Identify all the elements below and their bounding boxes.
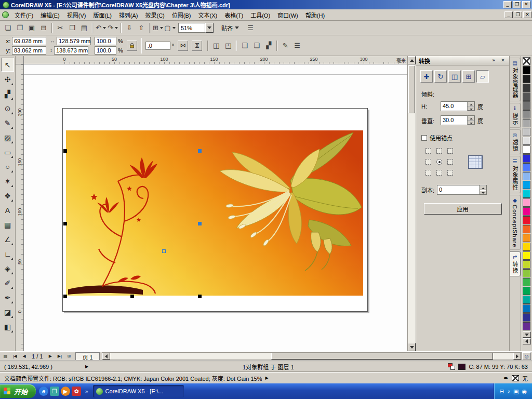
anchor-cell[interactable]	[447, 148, 453, 154]
undo-button[interactable]: ↶	[95, 22, 107, 34]
spin-down-button[interactable]	[468, 121, 474, 125]
menu-item[interactable]: 表格(T)	[221, 9, 247, 21]
scale-h-field[interactable]: 100.0	[95, 37, 116, 45]
straight-line-connector-tool[interactable]: ∟	[1, 247, 14, 261]
object-height-field[interactable]: 138.673 mm	[54, 46, 88, 55]
red-app-icon[interactable]: ✿	[72, 387, 81, 396]
color-swatch[interactable]	[523, 296, 530, 304]
export-button[interactable]: ⇧	[136, 22, 147, 34]
language-tray-icon[interactable]: ◉	[522, 388, 527, 395]
color-swatch[interactable]	[523, 207, 530, 216]
save-button[interactable]: ▣	[26, 22, 37, 34]
outline-none-swatch[interactable]	[512, 375, 519, 381]
outline-pen-tool[interactable]: ✒	[1, 290, 14, 304]
expand-arrow-icon[interactable]: ▶	[85, 364, 88, 369]
menu-item[interactable]: 窗口(W)	[274, 9, 302, 21]
spin-down-button[interactable]	[468, 107, 474, 111]
vertical-scrollbar[interactable]	[407, 56, 416, 351]
redo-button[interactable]: ↷	[107, 22, 118, 34]
separator[interactable]	[236, 41, 237, 51]
blend-tool[interactable]: ◈	[1, 261, 14, 275]
separator[interactable]	[276, 41, 277, 51]
cut-button[interactable]: ✂	[55, 22, 66, 34]
color-swatch[interactable]	[523, 322, 530, 330]
color-eyedropper-tool[interactable]: ✐	[1, 276, 14, 290]
lock-ratio-button[interactable]	[127, 41, 137, 51]
options-button[interactable]: ☰	[245, 22, 256, 34]
scale-mirror-mode-button[interactable]: ◫	[448, 70, 461, 83]
anchor-cell[interactable]	[425, 170, 431, 176]
skew-handle[interactable]	[198, 149, 202, 153]
color-swatch[interactable]	[523, 313, 530, 322]
rotation-angle-field[interactable]: .0	[145, 42, 170, 50]
color-swatch[interactable]	[523, 225, 530, 233]
maximize-button[interactable]: ❐	[513, 1, 521, 8]
next-page-button[interactable]: ▶	[46, 352, 55, 360]
vertical-ruler[interactable]: 200150100500	[16, 64, 24, 351]
no-color-swatch[interactable]	[523, 57, 530, 65]
page-sheet-icon[interactable]: ▤	[1, 352, 10, 360]
artwork-illustration[interactable]	[66, 130, 363, 296]
zoom-tool[interactable]: ⊙	[1, 101, 14, 115]
anchor-cell[interactable]	[425, 159, 431, 165]
menu-item[interactable]: 文件(F)	[11, 9, 37, 21]
object-width-field[interactable]: 128.579 mm	[57, 37, 91, 45]
break-apart-button[interactable]: ◰	[222, 40, 234, 51]
tab-object-manager[interactable]: ▤ 对象管理器	[510, 58, 521, 101]
tab-transform[interactable]: ⇄ 转换	[510, 251, 521, 276]
page-tab[interactable]: 页 1	[75, 352, 99, 361]
snap-to-dropdown[interactable]: 贴齐	[218, 22, 242, 34]
printer-tray-icon[interactable]: ⊟	[499, 388, 504, 395]
drawing-page[interactable]	[62, 108, 368, 312]
quicklaunch-overflow-button[interactable]: »	[84, 389, 90, 394]
menu-item[interactable]: 效果(C)	[142, 9, 168, 21]
pick-tool[interactable]: ↖	[1, 58, 14, 72]
color-swatch[interactable]	[523, 243, 530, 251]
spin-up-button[interactable]	[468, 116, 474, 121]
menu-item[interactable]: 编辑(E)	[37, 9, 63, 21]
anchor-cell[interactable]	[447, 170, 453, 176]
tab-conceptshare[interactable]: ◆ ConceptShare	[510, 195, 521, 250]
selection-handle[interactable]	[63, 149, 67, 153]
new-button[interactable]: ❏	[2, 22, 14, 34]
vertical-scroll-thumb[interactable]	[408, 65, 415, 113]
show-desktop-icon[interactable]: ❐	[50, 387, 59, 396]
internet-explorer-icon[interactable]: e	[39, 387, 48, 396]
selection-handle[interactable]	[198, 295, 202, 298]
color-swatch[interactable]	[523, 66, 530, 74]
color-swatch[interactable]	[523, 110, 530, 118]
color-swatch[interactable]	[523, 269, 530, 277]
tab-hints[interactable]: ℹ 提示	[510, 103, 521, 128]
smart-fill-tool[interactable]: ▨	[1, 130, 14, 144]
spin-down-button[interactable]	[480, 190, 486, 195]
color-swatch[interactable]	[523, 145, 530, 154]
color-swatch[interactable]	[523, 304, 530, 313]
basic-shapes-tool[interactable]: ❖	[1, 189, 14, 203]
anchor-keypad-icon[interactable]	[468, 155, 483, 169]
color-swatch[interactable]	[523, 75, 530, 83]
tab-lens[interactable]: ◎ 透镜	[510, 129, 521, 154]
ungroup-all-button[interactable]: ▞	[263, 40, 274, 51]
separator[interactable]	[207, 41, 208, 51]
color-swatch[interactable]	[523, 260, 530, 269]
doc-close-button[interactable]: ✕	[523, 11, 531, 18]
start-button[interactable]: 开始	[0, 384, 36, 398]
ellipse-tool[interactable]: ○	[1, 159, 14, 174]
menu-item[interactable]: 位图(B)	[168, 9, 195, 21]
y-position-field[interactable]: 83.062 mm	[12, 46, 46, 55]
scroll-left-button[interactable]	[102, 353, 110, 360]
color-swatch[interactable]	[523, 128, 530, 136]
skew-handle[interactable]	[198, 222, 202, 225]
color-swatch[interactable]	[523, 287, 530, 295]
anchor-handle[interactable]	[162, 249, 166, 253]
scroll-up-button[interactable]	[408, 56, 416, 64]
selection-handle[interactable]	[130, 295, 134, 298]
color-swatch[interactable]	[523, 172, 530, 180]
color-swatch[interactable]	[523, 190, 530, 198]
parallel-dimension-tool[interactable]: ∠	[1, 232, 14, 246]
close-button[interactable]: ✕	[522, 1, 530, 8]
mirror-vertical-button[interactable]: ⋈	[192, 41, 202, 51]
horizontal-scroll-thumb[interactable]	[271, 353, 493, 360]
network-tray-icon[interactable]: ▣	[513, 388, 518, 395]
fill-tool[interactable]: ◪	[1, 305, 14, 319]
